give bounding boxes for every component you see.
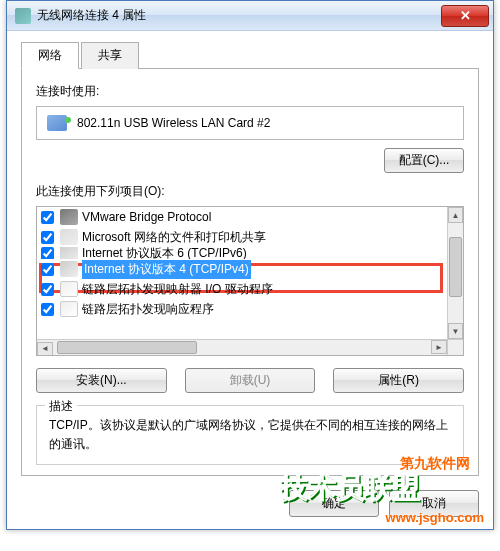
item-checkbox[interactable] [41, 283, 54, 296]
driver-icon [60, 301, 78, 317]
adapter-box: 802.11n USB Wireless LAN Card #2 [36, 106, 464, 140]
item-checkbox[interactable] [41, 303, 54, 316]
item-checkbox[interactable] [41, 247, 54, 259]
adapter-label: 连接时使用: [36, 83, 464, 100]
configure-button[interactable]: 配置(C)... [384, 148, 464, 173]
item-checkbox[interactable] [41, 231, 54, 244]
vertical-scrollbar[interactable]: ▲ ▼ [447, 207, 463, 339]
cancel-button[interactable]: 取消 [389, 490, 479, 517]
close-button[interactable]: ✕ [441, 5, 489, 27]
properties-button[interactable]: 属性(R) [333, 368, 464, 393]
horizontal-scrollbar[interactable]: ◄ ► [37, 339, 447, 355]
protocol-icon [60, 247, 78, 259]
list-item[interactable]: 链路层拓扑发现映射器 I/O 驱动程序 [37, 279, 447, 299]
service-icon [60, 229, 78, 245]
description-title: 描述 [45, 398, 77, 415]
protocol-icon [60, 209, 78, 225]
component-button-row: 安装(N)... 卸载(U) 属性(R) [36, 368, 464, 393]
components-listbox[interactable]: VMware Bridge Protocol Microsoft 网络的文件和打… [36, 206, 464, 356]
description-group: 描述 TCP/IP。该协议是默认的广域网络协议，它提供在不同的相互连接的网络上的… [36, 405, 464, 465]
list-item[interactable]: Internet 协议版本 6 (TCP/IPv6) [37, 247, 447, 259]
list-item[interactable]: Microsoft 网络的文件和打印机共享 [37, 227, 447, 247]
dialog-content: 网络 共享 连接时使用: 802.11n USB Wireless LAN Ca… [7, 31, 493, 529]
item-label: Internet 协议版本 6 (TCP/IPv6) [82, 247, 247, 259]
ok-button[interactable]: 确定 [289, 490, 379, 517]
tab-sharing[interactable]: 共享 [81, 42, 139, 69]
item-label: 链路层拓扑发现响应程序 [82, 301, 214, 318]
item-label: Internet 协议版本 4 (TCP/IPv4) [82, 260, 251, 279]
protocol-icon [60, 261, 78, 277]
scroll-left-button[interactable]: ◄ [37, 342, 53, 356]
tab-panel-network: 连接时使用: 802.11n USB Wireless LAN Card #2 … [21, 69, 479, 476]
install-button[interactable]: 安装(N)... [36, 368, 167, 393]
scroll-down-button[interactable]: ▼ [448, 323, 463, 339]
network-adapter-icon [47, 115, 67, 131]
item-checkbox[interactable] [41, 211, 54, 224]
uninstall-button[interactable]: 卸载(U) [185, 368, 316, 393]
tab-strip: 网络 共享 [21, 41, 479, 69]
items-label: 此连接使用下列项目(O): [36, 183, 464, 200]
scroll-corner [447, 339, 463, 355]
item-label: VMware Bridge Protocol [82, 210, 211, 224]
scroll-right-button[interactable]: ► [431, 340, 447, 354]
scroll-up-button[interactable]: ▲ [448, 207, 463, 223]
driver-icon [60, 281, 78, 297]
titlebar: 无线网络连接 4 属性 ✕ [7, 1, 493, 31]
adapter-name: 802.11n USB Wireless LAN Card #2 [77, 116, 270, 130]
tab-network[interactable]: 网络 [21, 42, 79, 69]
dialog-button-row: 确定 取消 [21, 490, 479, 517]
scroll-thumb-v[interactable] [449, 237, 462, 297]
properties-dialog: 无线网络连接 4 属性 ✕ 网络 共享 连接时使用: 802.11n USB W… [6, 0, 494, 530]
window-title: 无线网络连接 4 属性 [37, 7, 441, 24]
scroll-thumb-h[interactable] [57, 341, 197, 354]
window-icon [15, 8, 31, 24]
item-label: Microsoft 网络的文件和打印机共享 [82, 229, 266, 246]
list-item[interactable]: 链路层拓扑发现响应程序 [37, 299, 447, 319]
item-checkbox[interactable] [41, 263, 54, 276]
list-item-selected[interactable]: Internet 协议版本 4 (TCP/IPv4) [37, 259, 447, 279]
description-text: TCP/IP。该协议是默认的广域网络协议，它提供在不同的相互连接的网络上的通讯。 [49, 416, 451, 454]
item-label: 链路层拓扑发现映射器 I/O 驱动程序 [82, 281, 273, 298]
list-item[interactable]: VMware Bridge Protocol [37, 207, 447, 227]
